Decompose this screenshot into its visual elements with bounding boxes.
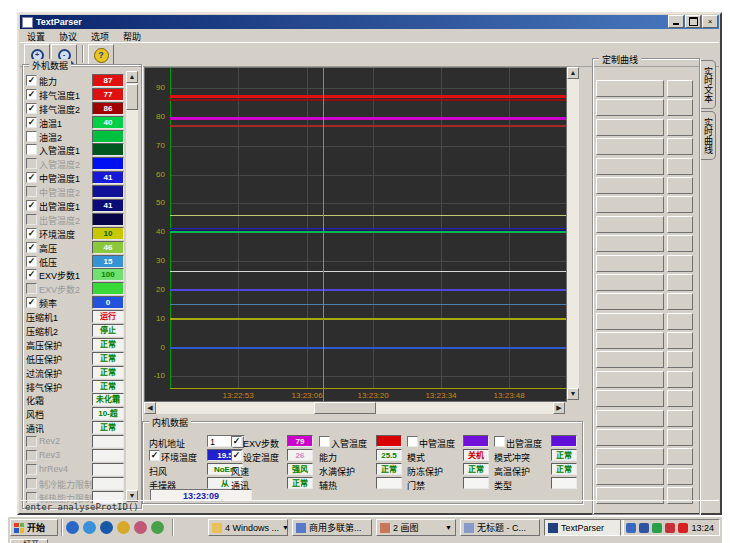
side-tab-1[interactable]: 实时文本 <box>701 60 716 109</box>
curve-name-slot[interactable] <box>596 158 664 175</box>
curve-assign-slot[interactable] <box>667 235 693 252</box>
item-checkbox[interactable] <box>26 131 37 142</box>
show-desktop-icon[interactable] <box>100 521 113 534</box>
item-checkbox[interactable]: ✓ <box>26 228 37 239</box>
curve-name-slot[interactable] <box>596 371 664 388</box>
menu-item-3[interactable]: 选项 <box>84 29 116 42</box>
curve-assign-slot[interactable] <box>667 293 693 310</box>
chart-scroll-up-icon[interactable]: ▲ <box>567 67 579 79</box>
help-button[interactable]: ? <box>88 44 114 66</box>
curve-assign-slot[interactable] <box>667 448 693 465</box>
item-checkbox[interactable]: ✓ <box>26 242 37 253</box>
curve-assign-slot[interactable] <box>667 351 693 368</box>
curve-name-slot[interactable] <box>596 390 664 407</box>
taskbar-button-1[interactable]: 4 Windows ...▼ <box>208 519 288 536</box>
item-checkbox[interactable]: ✓ <box>26 200 37 211</box>
volume-icon[interactable] <box>639 523 649 533</box>
curve-name-slot[interactable] <box>596 274 664 291</box>
item-checkbox[interactable]: ✓ <box>26 269 37 280</box>
curve-assign-slot[interactable] <box>667 177 693 194</box>
curve-name-slot[interactable] <box>596 255 664 272</box>
taskbar-button-2[interactable]: 商用多联第... <box>292 519 372 536</box>
indoor-checkbox[interactable] <box>407 436 418 447</box>
curve-name-slot[interactable] <box>596 429 664 446</box>
menu-item-1[interactable]: 设置 <box>20 29 52 42</box>
messenger-icon[interactable] <box>151 521 164 534</box>
monitor-icon[interactable] <box>665 523 675 533</box>
curve-assign-slot[interactable] <box>667 390 693 407</box>
item-checkbox[interactable]: ✓ <box>26 256 37 267</box>
chart-scroll-left-icon[interactable]: ◀ <box>144 402 156 414</box>
taskbar-button-5[interactable]: TextParser <box>544 519 624 536</box>
taskbar-button-4[interactable]: 无标题 - C... <box>460 519 540 536</box>
network-icon[interactable] <box>626 523 636 533</box>
curve-assign-slot[interactable] <box>667 196 693 213</box>
close-button[interactable]: × <box>702 15 718 28</box>
curve-name-slot[interactable] <box>596 119 664 136</box>
antivirus-icon[interactable] <box>652 523 662 533</box>
item-checkbox[interactable]: ✓ <box>26 103 37 114</box>
curve-name-slot[interactable] <box>596 99 664 116</box>
maximize-button[interactable] <box>685 15 701 28</box>
chart-vscrollbar[interactable]: ▲ ▼ <box>567 67 579 400</box>
start-button[interactable]: 开始 <box>10 519 58 536</box>
chart-plot[interactable]: 9080706050403020100-1013:22:5313:23:0613… <box>144 67 567 402</box>
curve-assign-slot[interactable] <box>667 410 693 427</box>
scroll-up-icon[interactable]: ▲ <box>126 71 138 83</box>
curve-assign-slot[interactable] <box>667 119 693 136</box>
curve-name-slot[interactable] <box>596 177 664 194</box>
curve-name-slot[interactable] <box>596 468 664 485</box>
curve-assign-slot[interactable] <box>667 429 693 446</box>
curve-assign-slot[interactable] <box>667 468 693 485</box>
curve-assign-slot[interactable] <box>667 313 693 330</box>
scroll-thumb[interactable] <box>126 84 138 110</box>
indoor-checkbox[interactable] <box>494 436 505 447</box>
curve-name-slot[interactable] <box>596 293 664 310</box>
curve-assign-slot[interactable] <box>667 158 693 175</box>
curve-assign-slot[interactable] <box>667 274 693 291</box>
internet-explorer-icon[interactable] <box>66 521 79 534</box>
indoor-checkbox[interactable] <box>319 436 330 447</box>
chart-scroll-down-icon[interactable]: ▼ <box>567 388 579 400</box>
security-icon[interactable] <box>134 521 147 534</box>
item-checkbox[interactable]: ✓ <box>26 297 37 308</box>
chart-hscrollbar[interactable]: ◀ ▶ <box>144 402 565 414</box>
menu-item-4[interactable]: 帮助 <box>116 29 148 42</box>
outlook-icon[interactable] <box>117 521 130 534</box>
chart-hscroll-thumb[interactable] <box>314 402 376 414</box>
browser-icon[interactable] <box>83 521 96 534</box>
curve-name-slot[interactable] <box>596 410 664 427</box>
item-checkbox[interactable]: ✓ <box>26 117 37 128</box>
curve-name-slot[interactable] <box>596 448 664 465</box>
curve-name-slot[interactable] <box>596 80 664 97</box>
minimize-button[interactable] <box>668 15 684 28</box>
curve-name-slot[interactable] <box>596 138 664 155</box>
chart-scroll-right-icon[interactable]: ▶ <box>553 402 565 414</box>
item-checkbox[interactable]: ✓ <box>26 89 37 100</box>
curve-assign-slot[interactable] <box>667 332 693 349</box>
side-tab-2[interactable]: 实时曲线 <box>701 111 716 160</box>
curve-assign-slot[interactable] <box>667 371 693 388</box>
open-button[interactable]: 打开 <box>10 539 48 543</box>
curve-name-slot[interactable] <box>596 351 664 368</box>
curve-name-slot[interactable] <box>596 196 664 213</box>
curve-assign-slot[interactable] <box>667 255 693 272</box>
alert-icon[interactable] <box>678 523 688 533</box>
curve-name-slot[interactable] <box>596 216 664 233</box>
indoor-checkbox[interactable]: ✓ <box>231 436 242 447</box>
item-checkbox[interactable]: ✓ <box>26 75 37 86</box>
item-checkbox[interactable]: ✓ <box>26 172 37 183</box>
menu-item-2[interactable]: 协议 <box>52 29 84 42</box>
curve-name-slot[interactable] <box>596 313 664 330</box>
curve-name-slot[interactable] <box>596 235 664 252</box>
curve-assign-slot[interactable] <box>667 99 693 116</box>
curve-name-slot[interactable] <box>596 332 664 349</box>
taskbar-button-3[interactable]: 2 画图▼ <box>376 519 456 536</box>
outdoor-scrollbar[interactable]: ▲ ▼ <box>126 71 138 502</box>
curve-assign-slot[interactable] <box>667 80 693 97</box>
title-bar[interactable]: TextParser <box>20 15 719 29</box>
item-checkbox[interactable] <box>26 144 37 155</box>
indoor-checkbox[interactable]: ✓ <box>149 450 160 461</box>
curve-assign-slot[interactable] <box>667 138 693 155</box>
curve-assign-slot[interactable] <box>667 216 693 233</box>
